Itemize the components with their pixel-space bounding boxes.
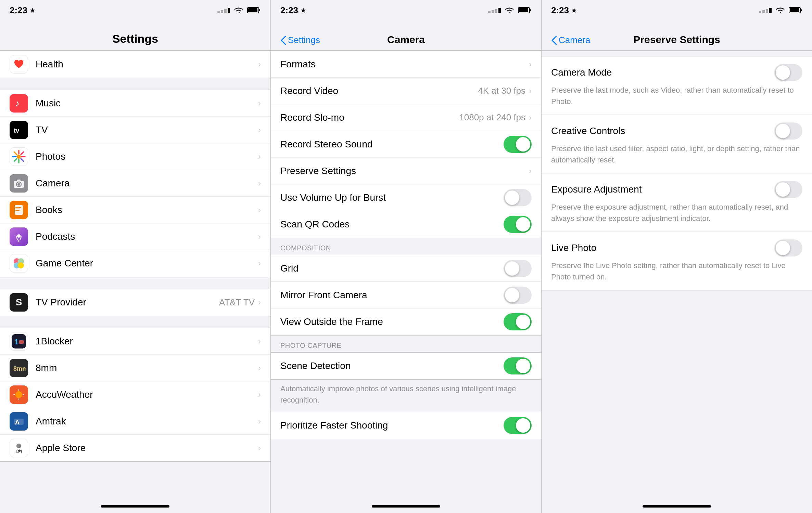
list-group-health: Health ›: [0, 51, 270, 78]
camera-mode-desc: Preserve the last mode, such as Video, r…: [551, 84, 802, 107]
back-chevron-icon-2: [280, 36, 287, 45]
record-stereo-knob: [516, 137, 530, 152]
tvprovider-label: TV Provider: [36, 297, 219, 308]
settings-list[interactable]: Health › ♪ Music › tv: [0, 51, 270, 499]
page-title-camera: Camera: [387, 34, 425, 45]
prioritize-faster-knob: [516, 418, 530, 433]
list-item-prioritize-faster[interactable]: Prioritize Faster Shooting: [271, 412, 541, 439]
camera-chevron: ›: [258, 179, 261, 188]
svg-rect-19: [15, 207, 21, 208]
home-bar-1: [101, 505, 169, 508]
nav-bar-2: Settings Camera: [271, 21, 541, 51]
view-outside-toggle[interactable]: [504, 313, 532, 330]
mirror-front-toggle[interactable]: [504, 287, 532, 304]
record-slomo-value: 1080p at 240 fps: [459, 112, 525, 123]
list-item-grid[interactable]: Grid: [271, 255, 541, 282]
svg-rect-41: [800, 9, 802, 11]
list-item-preserve-settings[interactable]: Preserve Settings ›: [271, 158, 541, 184]
list-item-record-video[interactable]: Record Video 4K at 30 fps ›: [271, 78, 541, 104]
list-item-scene-detection[interactable]: Scene Detection: [271, 353, 541, 379]
live-photo-toggle[interactable]: [774, 239, 802, 256]
list-item-books[interactable]: Books ›: [0, 197, 270, 223]
signal-icon-2: [488, 8, 501, 13]
exposure-desc: Preserve the exposure adjustment, rather…: [551, 201, 802, 224]
grid-label: Grid: [280, 263, 504, 274]
scene-detection-toggle[interactable]: [504, 357, 532, 374]
svg-rect-2: [248, 8, 257, 12]
status-bar-3: 2:23: [542, 0, 812, 21]
list-item-mirror-front[interactable]: Mirror Front Camera: [271, 282, 541, 308]
grid-toggle[interactable]: [504, 260, 532, 277]
scan-qr-toggle[interactable]: [504, 216, 532, 233]
battery-icon: [247, 6, 261, 14]
volume-up-toggle[interactable]: [504, 189, 532, 206]
list-item-record-slomo[interactable]: Record Slo-mo 1080p at 240 fps ›: [271, 104, 541, 131]
list-item-scan-qr[interactable]: Scan QR Codes: [271, 211, 541, 238]
8mm-icon: 8mm: [10, 359, 28, 377]
home-bar-3: [643, 505, 711, 508]
list-item-music[interactable]: ♪ Music ›: [0, 90, 270, 117]
svg-rect-39: [519, 8, 528, 12]
list-item-record-stereo[interactable]: Record Stereo Sound: [271, 131, 541, 158]
record-slomo-label: Record Slo-mo: [280, 112, 459, 123]
svg-rect-21: [15, 210, 20, 211]
list-item-health[interactable]: Health ›: [0, 51, 270, 78]
volume-up-label: Use Volume Up for Burst: [280, 192, 504, 203]
music-note-icon: ♪: [14, 98, 24, 108]
tv-label: TV: [36, 124, 258, 135]
nav-bar-1: Settings: [0, 21, 270, 51]
svg-rect-1: [259, 9, 260, 11]
creative-controls-knob: [776, 124, 790, 138]
list-item-photos[interactable]: Photos ›: [0, 143, 270, 170]
list-item-8mm[interactable]: 8mm 8mm ›: [0, 355, 270, 381]
applestore-chevron: ›: [258, 443, 261, 453]
exposure-toggle[interactable]: [774, 181, 802, 198]
list-item-tv[interactable]: tv TV ›: [0, 117, 270, 143]
status-icons-2: [488, 6, 532, 14]
tvprovider-value: AT&T TV: [219, 297, 255, 308]
live-photo-knob: [776, 241, 790, 255]
1blocker-chevron: ›: [258, 337, 261, 346]
record-video-label: Record Video: [280, 86, 478, 96]
health-label: Health: [36, 59, 258, 70]
record-slomo-chevron: ›: [529, 113, 532, 122]
camera-mode-toggle[interactable]: [774, 64, 802, 81]
gamecenter-symbol-icon: [12, 256, 26, 270]
wifi-icon: [233, 6, 244, 14]
svg-text:A: A: [15, 419, 20, 426]
list-item-formats[interactable]: Formats ›: [271, 51, 541, 78]
health-chevron: ›: [258, 60, 261, 69]
tvprovider-chevron: ›: [258, 298, 261, 307]
status-time-1: 2:23: [10, 5, 36, 16]
svg-line-13: [14, 159, 17, 161]
signal-icon: [217, 8, 230, 13]
svg-line-10: [14, 152, 17, 155]
list-item-accuweather[interactable]: AccuWeather ›: [0, 381, 270, 408]
tv-chevron: ›: [258, 125, 261, 135]
applestore-label: Apple Store: [36, 443, 258, 453]
list-item-volume-up[interactable]: Use Volume Up for Burst: [271, 184, 541, 211]
svg-text:tv: tv: [14, 127, 19, 134]
preserve-item-live-photo: Live Photo Preserve the Live Photo setti…: [542, 232, 812, 290]
preserve-settings-label: Preserve Settings: [280, 166, 529, 176]
list-item-gamecenter[interactable]: Game Center ›: [0, 250, 270, 277]
applestore-icon: 🛍: [10, 439, 28, 457]
gamecenter-icon: [10, 254, 28, 273]
health-icon: [10, 55, 28, 74]
prioritize-faster-toggle[interactable]: [504, 417, 532, 434]
list-item-applestore[interactable]: 🛍 Apple Store ›: [0, 435, 270, 461]
back-to-settings-button[interactable]: Settings: [280, 35, 320, 45]
list-item-amtrak[interactable]: A Amtrak ›: [0, 408, 270, 435]
list-item-tvprovider[interactable]: S TV Provider AT&T TV ›: [0, 289, 270, 316]
record-stereo-toggle[interactable]: [504, 136, 532, 153]
list-item-view-outside[interactable]: View Outside the Frame: [271, 308, 541, 335]
back-to-camera-button[interactable]: Camera: [551, 35, 590, 45]
camera-settings-list[interactable]: Formats › Record Video 4K at 30 fps › Re…: [271, 51, 541, 499]
creative-controls-toggle[interactable]: [774, 122, 802, 140]
svg-rect-38: [530, 9, 531, 11]
preserve-settings-list[interactable]: Camera Mode Preserve the last mode, such…: [542, 51, 812, 499]
list-item-podcasts[interactable]: Podcasts ›: [0, 223, 270, 250]
status-time-3: 2:23: [551, 5, 577, 16]
list-item-camera[interactable]: Camera ›: [0, 170, 270, 197]
list-item-1blocker[interactable]: 1 1Blocker ›: [0, 328, 270, 355]
